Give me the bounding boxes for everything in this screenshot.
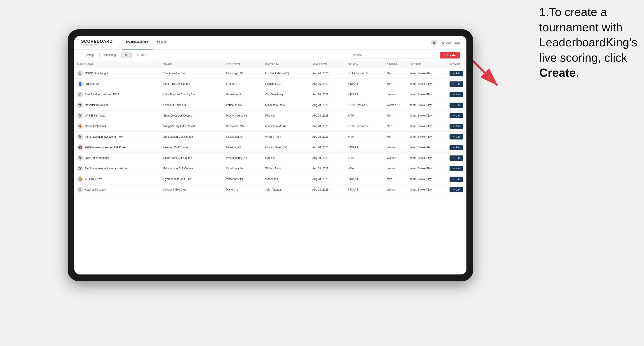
edit-btn-7[interactable]: ✏ Edit bbox=[450, 145, 463, 150]
edit-icon-4: ✏ bbox=[453, 114, 455, 117]
team-icon-5: 🦊 bbox=[77, 123, 83, 129]
edit-btn-9[interactable]: ✏ Edit bbox=[450, 166, 463, 171]
nav-tabs: TOURNAMENTS TEAMS bbox=[122, 36, 431, 49]
edit-btn-3[interactable]: ✏ Edit bbox=[450, 103, 463, 108]
event-name-2: Carl Sandburg Women FA23 bbox=[85, 93, 119, 96]
cell-hosted-2: Carl Sandburg bbox=[262, 89, 310, 100]
cell-scoring-10: team, Stroke Play bbox=[408, 174, 447, 184]
table-row: 🦅 Fall Statesmen Invitational - Women Ed… bbox=[74, 163, 466, 174]
edit-icon-10: ✏ bbox=[453, 178, 455, 181]
cell-gender-6: Men bbox=[384, 132, 408, 142]
cell-gender-9: Women bbox=[384, 163, 408, 174]
edit-btn-0[interactable]: ✏ Edit bbox=[450, 71, 463, 76]
cell-city-4: Prestonsburg, KY bbox=[223, 110, 262, 121]
edit-icon-5: ✏ bbox=[453, 125, 455, 128]
create-button[interactable]: + Create bbox=[440, 52, 460, 58]
table-row: 🦅 UPIKE Fall Invite StoneCrest Golf Cour… bbox=[74, 110, 466, 121]
col-header-city: CITY, STATE bbox=[223, 61, 262, 68]
cell-actions-9: ✏ Edit bbox=[447, 163, 466, 174]
cell-event-9: 🦅 Fall Statesmen Invitational - Women bbox=[74, 163, 161, 174]
sign-in-link[interactable]: Sign bbox=[454, 41, 460, 44]
cell-division-5: NCAA Division III bbox=[345, 121, 384, 132]
cell-actions-11: ✏ Edit bbox=[447, 184, 466, 195]
cell-actions-4: ✏ Edit bbox=[447, 110, 466, 121]
cell-event-6: 🦅 Fall Statesmen Invitational - Men bbox=[74, 132, 161, 142]
tablet-frame: SCOREBOARD Powered by Clippit TOURNAMENT… bbox=[68, 29, 473, 281]
search-input[interactable] bbox=[350, 52, 435, 58]
event-name-3: Maverick Invitational bbox=[85, 104, 109, 107]
filter-label: Filter bbox=[140, 53, 146, 57]
cell-actions-3: ✏ Edit bbox=[447, 100, 466, 110]
settings-icon[interactable]: ⚙ bbox=[431, 40, 437, 46]
table-row: 🏌 Carl Sandburg Women FA23 Lake Bracken … bbox=[74, 89, 466, 100]
cell-date-6: Aug 28, 2023 bbox=[310, 132, 345, 142]
instruction-line2: tournament with bbox=[539, 21, 622, 34]
user-name: Test User bbox=[440, 41, 452, 44]
cell-scoring-1: team, Stroke Play bbox=[408, 79, 447, 89]
instruction-panel: 1.To create a tournament with Leaderboar… bbox=[539, 4, 637, 81]
instruction-punct: . bbox=[576, 66, 579, 79]
table-row: 🦅 upike fall invitational StoneCrest Gol… bbox=[74, 153, 466, 163]
nav-tab-teams[interactable]: TEAMS bbox=[152, 36, 171, 49]
edit-btn-2[interactable]: ✏ Edit bbox=[450, 92, 463, 97]
edit-icon-9: ✏ bbox=[453, 167, 455, 170]
event-name-9: Fall Statesmen Invitational - Women bbox=[85, 167, 128, 170]
tournaments-table-container: EVENT NAME VENUE CITY, STATE HOSTED BY S… bbox=[74, 61, 466, 274]
event-name-1: Highland 36 bbox=[85, 82, 99, 85]
cell-date-0: Aug 24, 2023 bbox=[310, 68, 345, 79]
cell-hosted-0: Mt. Saint Mary (NY) bbox=[262, 68, 310, 79]
all-filter-btn[interactable]: All bbox=[122, 52, 132, 58]
cell-city-5: Deerwood, MN bbox=[223, 121, 262, 132]
cell-event-4: 🦅 UPIKE Fall Invite bbox=[74, 110, 161, 121]
edit-icon-3: ✏ bbox=[453, 104, 455, 107]
cell-date-7: Aug 28, 2023 bbox=[310, 142, 345, 153]
col-header-gender: GENDER bbox=[384, 61, 408, 68]
cell-division-11: NJCAA I bbox=[345, 184, 384, 195]
competing-filter-btn[interactable]: Competing bbox=[99, 52, 119, 58]
edit-btn-6[interactable]: ✏ Edit bbox=[450, 134, 463, 140]
event-name-0: MSMC Qualifying 1 bbox=[85, 72, 108, 75]
edit-btn-10[interactable]: ✏ Edit bbox=[450, 176, 463, 182]
cell-actions-8: ✏ Edit bbox=[447, 153, 466, 163]
team-icon-7: 🐻 bbox=[77, 145, 83, 150]
cell-actions-10: ✏ Edit bbox=[447, 174, 466, 184]
table-row: 🦅 Maverick Invitational Faribault Golf C… bbox=[74, 100, 466, 110]
cell-venue-11: Kokopelli Golf Club bbox=[161, 184, 223, 195]
hosting-filter-btn[interactable]: Hosting bbox=[81, 52, 97, 58]
cell-gender-4: Men bbox=[384, 110, 408, 121]
cell-division-4: NAIA bbox=[345, 110, 384, 121]
filter-bar: Hosting Competing All ≡ Filter + Create bbox=[74, 49, 466, 61]
edit-icon-7: ✏ bbox=[453, 146, 455, 149]
team-icon-2: 🏌 bbox=[77, 92, 83, 97]
cell-event-3: 🦅 Maverick Invitational bbox=[74, 100, 161, 110]
cell-division-6: NAIA bbox=[345, 132, 384, 142]
table-row: 🐻 2023 Women's Hesston Fall Kickoff Hess… bbox=[74, 142, 466, 153]
cell-city-2: Galesburg, IL bbox=[223, 89, 262, 100]
edit-btn-11[interactable]: ✏ Edit bbox=[450, 187, 463, 192]
cell-actions-0: ✏ Edit bbox=[447, 68, 466, 79]
nav-tab-tournaments[interactable]: TOURNAMENTS bbox=[122, 36, 152, 49]
edit-btn-5[interactable]: ✏ Edit bbox=[450, 124, 463, 129]
cell-hosted-5: Minnesota-Morris bbox=[262, 121, 310, 132]
edit-btn-1[interactable]: ✏ Edit bbox=[450, 81, 463, 87]
edit-btn-8[interactable]: ✏ Edit bbox=[450, 156, 463, 161]
cell-division-1: NJCAA I bbox=[345, 79, 384, 89]
filter-icon-btn[interactable]: ≡ Filter bbox=[134, 52, 148, 58]
cell-date-5: Aug 28, 2023 bbox=[310, 121, 345, 132]
logo-area: SCOREBOARD Powered by Clippit bbox=[81, 39, 113, 46]
cell-hosted-11: John A Logan bbox=[262, 184, 310, 195]
cell-gender-0: Men bbox=[384, 68, 408, 79]
team-icon-6: 🦅 bbox=[77, 134, 83, 140]
edit-icon-2: ✏ bbox=[453, 93, 455, 96]
cell-date-1: Aug 25, 2023 bbox=[310, 79, 345, 89]
cell-hosted-8: Pikeville bbox=[262, 153, 310, 163]
instruction-line4: live scoring, click bbox=[539, 51, 627, 64]
col-header-event: EVENT NAME bbox=[74, 61, 161, 68]
cell-division-0: NCAA Division III bbox=[345, 68, 384, 79]
instruction-line3: LeaderboardKing's bbox=[539, 36, 637, 49]
team-icon-9: 🦅 bbox=[77, 166, 83, 172]
edit-icon-0: ✏ bbox=[453, 72, 455, 75]
event-name-6: Fall Statesmen Invitational - Men bbox=[85, 135, 124, 138]
edit-btn-4[interactable]: ✏ Edit bbox=[450, 113, 463, 118]
cell-venue-7: Hesston Golf Course bbox=[161, 142, 223, 153]
